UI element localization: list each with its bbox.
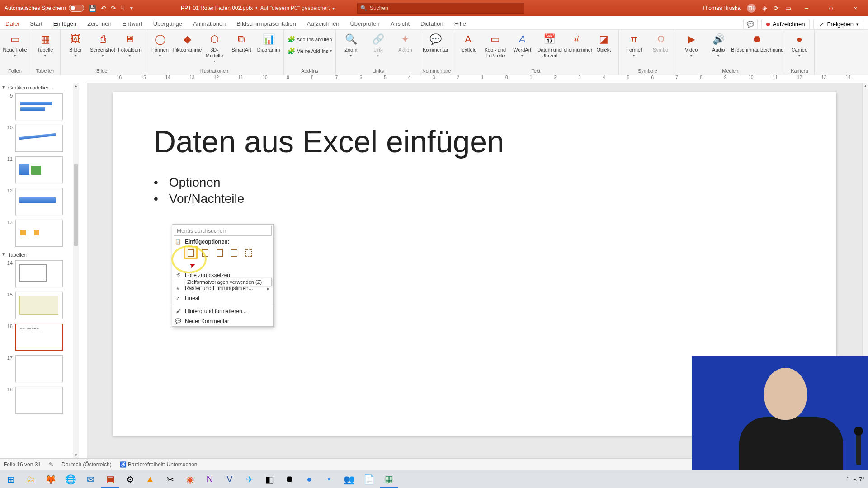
- tab-animationen[interactable]: Animationen: [188, 18, 231, 29]
- chevron-down-icon[interactable]: ▾: [332, 6, 335, 11]
- scroll-up-icon[interactable]: ▴: [863, 83, 868, 89]
- grid-guides[interactable]: #Raster und Führungslinien...: [172, 283, 273, 293]
- chrome-icon[interactable]: 🌐: [61, 471, 80, 488]
- comments-icon[interactable]: 💬: [743, 19, 758, 29]
- search-input[interactable]: 🔍: [357, 3, 524, 14]
- visio-icon[interactable]: V: [221, 471, 239, 488]
- tab-einfuegen[interactable]: Einfügen: [48, 18, 82, 29]
- share-button[interactable]: ↗Freigeben▾: [813, 19, 864, 29]
- tab-zeichnen[interactable]: Zeichnen: [82, 18, 117, 29]
- maximize-button[interactable]: ▢: [822, 0, 840, 16]
- link-button[interactable]: 🔗Link▾: [365, 32, 391, 59]
- close-button[interactable]: ✕: [846, 0, 864, 16]
- shapes-button[interactable]: ◯Formen▾: [147, 32, 173, 59]
- app3-icon[interactable]: ◧: [260, 471, 278, 488]
- language-status[interactable]: Deutsch (Österreich): [61, 461, 112, 468]
- undo-icon[interactable]: ↶: [101, 5, 106, 12]
- section-header[interactable]: Grafiken modellier...: [0, 83, 79, 92]
- slide-thumbnail[interactable]: 16Daten aus Excel…: [0, 323, 79, 354]
- teams-icon[interactable]: 👥: [340, 471, 358, 488]
- slide-thumbnail[interactable]: 15: [0, 291, 79, 323]
- proofing-icon[interactable]: ✎: [49, 461, 53, 468]
- app5-icon[interactable]: 📄: [360, 471, 378, 488]
- symbol-button[interactable]: ΩSymbol: [648, 32, 674, 54]
- scroll-thumb[interactable]: [74, 164, 78, 246]
- telegram-icon[interactable]: ✈: [241, 471, 259, 488]
- save-icon[interactable]: 💾: [89, 5, 96, 12]
- icons-button[interactable]: ◆Piktogramme: [174, 32, 200, 54]
- explorer-icon[interactable]: 🗂: [22, 471, 40, 488]
- snip-icon[interactable]: ✂: [161, 471, 179, 488]
- action-button[interactable]: ✦Aktion: [392, 32, 418, 54]
- table-button[interactable]: ▦Tabelle▾: [32, 32, 58, 59]
- outlook-icon[interactable]: ✉: [81, 471, 99, 488]
- qat-dropdown-icon[interactable]: ▼: [129, 6, 134, 11]
- tab-datei[interactable]: Datei: [0, 18, 24, 29]
- app4-icon[interactable]: ●: [300, 471, 318, 488]
- paste-embed[interactable]: [214, 247, 226, 258]
- new-slide-button[interactable]: ▭Neue Folie▾: [2, 32, 28, 59]
- thumbnail-scrollbar[interactable]: ▴ ▾: [73, 83, 79, 458]
- tray-expand-icon[interactable]: ˄: [846, 476, 849, 483]
- minimize-button[interactable]: —: [797, 0, 816, 16]
- redo-icon[interactable]: ↷: [111, 5, 116, 12]
- vlc-icon[interactable]: ▲: [141, 471, 159, 488]
- pictures-button[interactable]: 🖼Bilder▾: [62, 32, 89, 59]
- obs-icon[interactable]: ⏺: [280, 471, 298, 488]
- textbox-button[interactable]: ATextfeld: [455, 32, 481, 54]
- tab-hilfe[interactable]: Hilfe: [449, 18, 472, 29]
- slide-thumbnail[interactable]: 14: [0, 259, 79, 291]
- scroll-up-icon[interactable]: ▴: [73, 83, 79, 89]
- record-button[interactable]: Aufzeichnen: [761, 19, 810, 29]
- tab-entwurf[interactable]: Entwurf: [117, 18, 148, 29]
- smartart-button[interactable]: ⧉SmartArt: [228, 32, 255, 54]
- present-icon[interactable]: ◈: [762, 5, 767, 12]
- object-button[interactable]: ◪Objekt: [590, 32, 617, 54]
- video-button[interactable]: ▶Video▾: [678, 32, 704, 59]
- tab-bildschirm[interactable]: Bildschirmpräsentation: [231, 18, 302, 29]
- accessibility-status[interactable]: ♿ Barrierefreiheit: Untersuchen: [120, 461, 198, 468]
- slide-thumbnail[interactable]: 11: [0, 155, 79, 187]
- context-search[interactable]: Menüs durchsuchen: [174, 226, 272, 236]
- slide-thumbnail[interactable]: 13: [0, 219, 79, 250]
- window-mode-icon[interactable]: ▭: [785, 5, 791, 12]
- chart-button[interactable]: 📊Diagramm: [255, 32, 282, 54]
- tab-uebergaenge[interactable]: Übergänge: [148, 18, 188, 29]
- format-background[interactable]: 🖌Hintergrund formatieren...: [172, 306, 273, 316]
- zoom-button[interactable]: 🔍Zoom▾: [338, 32, 364, 59]
- slide-thumbnail[interactable]: 10: [0, 124, 79, 155]
- 3d-button[interactable]: ⬡3D-Modelle▾: [201, 32, 227, 64]
- reset-slide[interactable]: ⟲Folie zurücksetzen: [172, 270, 273, 280]
- section-header[interactable]: Tabellen: [0, 250, 79, 259]
- cameo-button[interactable]: ●Cameo▾: [786, 32, 812, 59]
- avatar[interactable]: TH: [747, 4, 756, 13]
- scroll-down-icon[interactable]: ▾: [73, 452, 79, 458]
- start-button[interactable]: ⊞: [2, 471, 20, 488]
- zoom-icon[interactable]: ▪: [320, 471, 338, 488]
- header-footer-button[interactable]: ▭Kopf- und Fußzeile: [482, 32, 508, 59]
- excel-icon[interactable]: ▦: [380, 471, 398, 488]
- onenote-icon[interactable]: N: [201, 471, 219, 488]
- touch-mode-icon[interactable]: ☟: [121, 5, 125, 12]
- equation-button[interactable]: πFormel▾: [621, 32, 647, 59]
- get-addins-button[interactable]: 🧩Add-Ins abrufen: [286, 34, 334, 44]
- app-icon[interactable]: ⚙: [121, 471, 139, 488]
- weather-icon[interactable]: ☀ 7°: [853, 476, 864, 483]
- tab-start[interactable]: Start: [24, 18, 47, 29]
- ruler-toggle[interactable]: ✓Lineal: [172, 293, 273, 303]
- tab-dictation[interactable]: Dictation: [415, 18, 449, 29]
- new-comment[interactable]: 💬Neuer Kommentar: [172, 316, 273, 326]
- powerpoint-icon[interactable]: ▣: [101, 471, 119, 488]
- firefox-icon[interactable]: 🦊: [42, 471, 60, 488]
- comment-button[interactable]: 💬Kommentar: [422, 32, 448, 54]
- audio-button[interactable]: 🔊Audio▾: [705, 32, 731, 59]
- tab-ansicht[interactable]: Ansicht: [385, 18, 415, 29]
- app2-icon[interactable]: ◉: [181, 471, 199, 488]
- slidenumber-button[interactable]: #Foliennummer: [563, 32, 590, 54]
- paste-keep-source[interactable]: [199, 247, 211, 258]
- screenrec-button[interactable]: ⏺Bildschirmaufzeichnung: [732, 32, 782, 54]
- photoalbum-button[interactable]: 🖥Fotoalbum▾: [117, 32, 143, 59]
- slide-thumbnail[interactable]: 9: [0, 92, 79, 124]
- my-addins-button[interactable]: 🧩Meine Add-Ins▾: [286, 46, 334, 56]
- sync-icon[interactable]: ⟳: [774, 5, 779, 12]
